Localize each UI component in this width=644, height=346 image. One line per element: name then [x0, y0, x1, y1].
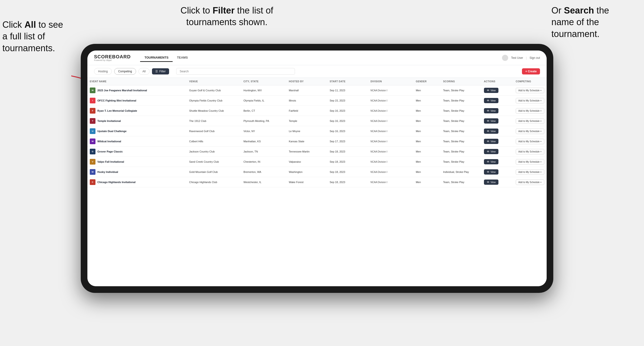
view-button-0[interactable]: 👁 View	[484, 88, 499, 93]
division-cell-7: NCAA Division I	[368, 157, 414, 167]
team-logo-4: U	[90, 128, 96, 134]
scoring-cell-5: Team, Stroke Play	[441, 136, 482, 147]
event-name-2: Ryan T. Lee Memorial Collegiate	[97, 109, 137, 112]
team-logo-6: G	[90, 149, 96, 154]
competing-tab[interactable]: Competing	[114, 68, 136, 75]
hosted-cell-3: Temple	[286, 116, 327, 126]
schedule-button-9[interactable]: Add to My Schedule +	[516, 179, 544, 185]
view-button-4[interactable]: 👁 View	[484, 129, 499, 134]
date-cell-7: Sep 18, 2023	[327, 157, 368, 167]
team-logo-5: W	[90, 139, 96, 144]
team-logo-7: V	[90, 159, 96, 165]
col-scoring: SCORING	[441, 78, 482, 85]
event-name-7: Valpo Fall Invitational	[97, 160, 124, 163]
event-cell-1: I OFCC Fighting Illini Invitational	[88, 96, 187, 106]
event-cell-7: V Valpo Fall Invitational	[88, 157, 187, 167]
venue-cell-8: Gold Mountain Golf Club	[187, 167, 241, 177]
competing-cell-2: Add to My Schedule +	[514, 106, 547, 116]
venue-cell-5: Colbert Hills	[187, 136, 241, 147]
venue-cell-2: Shuttle Meadow Country Club	[187, 106, 241, 116]
filter-button[interactable]: ☰ Filter	[152, 68, 169, 74]
schedule-button-7[interactable]: Add to My Schedule +	[516, 159, 544, 165]
event-name-9: Chicago Highlands Invitational	[97, 181, 136, 183]
table-header-row: EVENT NAME VENUE CITY, STATE HOSTED BY S…	[88, 78, 547, 85]
competing-cell-5: Add to My Schedule +	[514, 136, 547, 147]
event-cell-4: U Upstate Dual Challenge	[88, 126, 187, 136]
create-button[interactable]: + Create	[522, 68, 540, 74]
actions-cell-5: 👁 View	[482, 136, 514, 147]
date-cell-0: Sep 11, 2023	[327, 85, 368, 96]
filter-bar: Hosting Competing All ☰ Filter + Create	[88, 65, 547, 78]
eye-icon-1: 👁	[487, 99, 490, 102]
view-button-3[interactable]: 👁 View	[484, 118, 499, 124]
event-name-0: 2023 Joe Feaganes Marshall Invitational	[97, 89, 147, 92]
schedule-button-6[interactable]: Add to My Schedule +	[516, 149, 544, 154]
view-button-5[interactable]: 👁 View	[484, 139, 499, 144]
hosted-cell-5: Kansas State	[286, 136, 327, 147]
sign-out-link[interactable]: Sign out	[530, 56, 540, 59]
gender-cell-0: Men	[414, 85, 441, 96]
division-cell-8: NCAA Division I	[368, 167, 414, 177]
tablet-frame: SCOREBOARD Powered by clippd TOURNAMENTS…	[81, 44, 553, 293]
city-cell-1: Olympia Fields, IL	[241, 96, 286, 106]
city-cell-4: Victor, NY	[241, 126, 286, 136]
hosted-cell-6: Tennessee-Martin	[286, 147, 327, 157]
tablet-screen: SCOREBOARD Powered by clippd TOURNAMENTS…	[88, 50, 547, 286]
event-name-3: Temple Invitational	[97, 120, 121, 122]
table-row: G Grover Page Classic Jackson Country Cl…	[88, 147, 547, 157]
table-row: I OFCC Fighting Illini Invitational Olym…	[88, 96, 547, 106]
division-cell-9: NCAA Division I	[368, 177, 414, 187]
actions-cell-4: 👁 View	[482, 126, 514, 136]
city-cell-9: Westchester, IL	[241, 177, 286, 187]
team-logo-1: I	[90, 98, 96, 103]
schedule-button-3[interactable]: Add to My Schedule +	[516, 118, 544, 124]
schedule-button-5[interactable]: Add to My Schedule +	[516, 139, 544, 144]
user-icon	[502, 55, 508, 61]
nav-tab-teams[interactable]: TEAMS	[173, 54, 192, 62]
gender-cell-5: Men	[414, 136, 441, 147]
col-event-name: EVENT NAME	[88, 78, 187, 85]
table-row: V Valpo Fall Invitational Sand Creek Cou…	[88, 157, 547, 167]
actions-cell-8: 👁 View	[482, 167, 514, 177]
col-start-date: START DATE	[327, 78, 368, 85]
team-logo-3: T	[90, 118, 96, 124]
event-name-1: OFCC Fighting Illini Invitational	[97, 99, 136, 102]
schedule-button-1[interactable]: Add to My Schedule +	[516, 98, 544, 103]
scoring-cell-8: Individual, Stroke Play	[441, 167, 482, 177]
actions-cell-9: 👁 View	[482, 177, 514, 187]
schedule-button-2[interactable]: Add to My Schedule +	[516, 108, 544, 114]
eye-icon-7: 👁	[487, 160, 490, 163]
view-button-9[interactable]: 👁 View	[484, 179, 499, 185]
view-button-8[interactable]: 👁 View	[484, 169, 499, 174]
eye-icon-2: 👁	[487, 109, 490, 112]
competing-cell-9: Add to My Schedule +	[514, 177, 547, 187]
gender-cell-7: Men	[414, 157, 441, 167]
nav-tab-tournaments[interactable]: TOURNAMENTS	[140, 54, 173, 62]
filter-icon: ☰	[155, 70, 158, 73]
search-input[interactable]	[176, 68, 295, 75]
event-cell-3: T Temple Invitational	[88, 116, 187, 126]
division-cell-3: NCAA Division I	[368, 116, 414, 126]
view-button-1[interactable]: 👁 View	[484, 98, 499, 103]
event-name-6: Grover Page Classic	[97, 150, 123, 153]
event-name-5: Wildcat Invitational	[97, 140, 121, 143]
actions-cell-1: 👁 View	[482, 96, 514, 106]
all-tab[interactable]: All	[138, 68, 150, 75]
hosted-cell-8: Washington	[286, 167, 327, 177]
scoring-cell-2: Team, Stroke Play	[441, 106, 482, 116]
schedule-button-4[interactable]: Add to My Schedule +	[516, 129, 544, 134]
competing-cell-6: Add to My Schedule +	[514, 147, 547, 157]
hosting-tab[interactable]: Hosting	[94, 68, 112, 75]
date-cell-4: Sep 16, 2023	[327, 126, 368, 136]
scoring-cell-6: Team, Stroke Play	[441, 147, 482, 157]
view-button-2[interactable]: 👁 View	[484, 108, 499, 113]
table-row: C Chicago Highlands Invitational Chicago…	[88, 177, 547, 187]
col-hosted-by: HOSTED BY	[286, 78, 327, 85]
col-venue: VENUE	[187, 78, 241, 85]
eye-icon-9: 👁	[487, 181, 490, 183]
schedule-button-8[interactable]: Add to My Schedule +	[516, 169, 544, 175]
view-button-6[interactable]: 👁 View	[484, 149, 499, 154]
table-row: F Ryan T. Lee Memorial Collegiate Shuttl…	[88, 106, 547, 116]
view-button-7[interactable]: 👁 View	[484, 159, 499, 164]
schedule-button-0[interactable]: Add to My Schedule +	[516, 88, 544, 93]
